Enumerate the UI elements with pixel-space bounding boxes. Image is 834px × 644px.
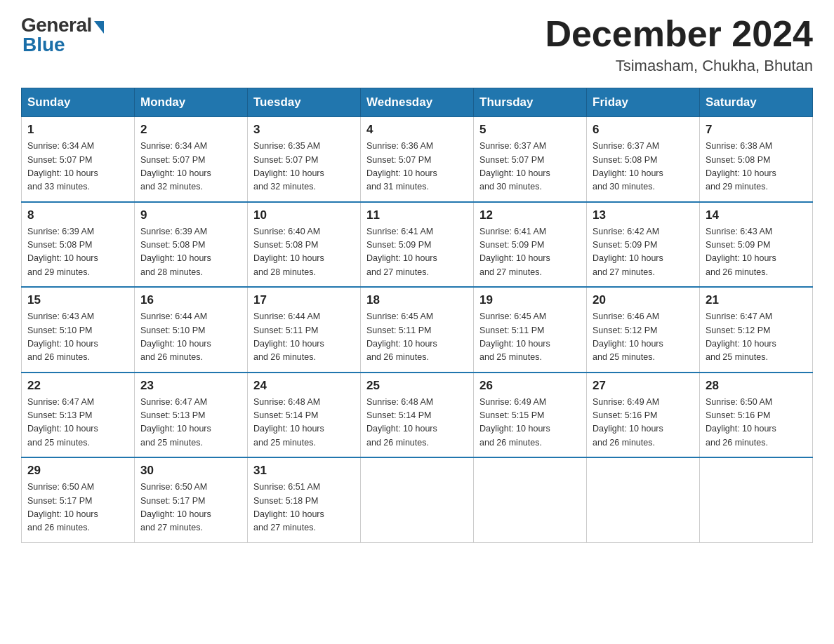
- daylight-label: Daylight: 10 hours: [366, 339, 437, 349]
- table-row: 20 Sunrise: 6:46 AM Sunset: 5:12 PM Dayl…: [587, 287, 700, 373]
- day-number: 2: [140, 123, 241, 137]
- day-number: 10: [253, 208, 355, 222]
- day-number: 13: [593, 208, 694, 222]
- daylight-minutes: and 27 minutes.: [593, 267, 655, 277]
- sunrise-label: Sunrise: 6:40 AM: [253, 227, 320, 236]
- day-number: 4: [366, 123, 468, 137]
- day-number: 23: [140, 379, 241, 393]
- sunset-label: Sunset: 5:08 PM: [706, 155, 770, 165]
- sunset-label: Sunset: 5:18 PM: [253, 496, 318, 506]
- day-info: Sunrise: 6:50 AM Sunset: 5:17 PM Dayligh…: [27, 481, 128, 535]
- sunset-label: Sunset: 5:07 PM: [366, 155, 431, 165]
- sunrise-label: Sunrise: 6:34 AM: [140, 141, 207, 151]
- daylight-minutes: and 25 minutes.: [706, 352, 768, 362]
- daylight-minutes: and 27 minutes.: [140, 523, 203, 532]
- table-row: 11 Sunrise: 6:41 AM Sunset: 5:09 PM Dayl…: [361, 202, 474, 288]
- calendar-week-row: 8 Sunrise: 6:39 AM Sunset: 5:08 PM Dayli…: [22, 202, 813, 288]
- sunset-label: Sunset: 5:09 PM: [479, 240, 544, 250]
- table-row: 5 Sunrise: 6:37 AM Sunset: 5:07 PM Dayli…: [474, 117, 587, 202]
- day-number: 30: [140, 464, 241, 478]
- sunrise-label: Sunrise: 6:45 AM: [366, 311, 433, 321]
- sunset-label: Sunset: 5:11 PM: [479, 326, 544, 335]
- day-number: 18: [366, 293, 468, 307]
- daylight-label: Daylight: 10 hours: [27, 339, 98, 349]
- day-number: 14: [706, 208, 807, 222]
- day-number: 28: [706, 379, 807, 393]
- day-info: Sunrise: 6:37 AM Sunset: 5:08 PM Dayligh…: [593, 140, 694, 194]
- day-info: Sunrise: 6:47 AM Sunset: 5:12 PM Dayligh…: [706, 310, 807, 365]
- table-row: 29 Sunrise: 6:50 AM Sunset: 5:17 PM Dayl…: [22, 457, 135, 542]
- sunrise-label: Sunrise: 6:51 AM: [253, 482, 320, 492]
- day-info: Sunrise: 6:35 AM Sunset: 5:07 PM Dayligh…: [253, 140, 355, 194]
- logo-arrow-icon: [94, 21, 104, 34]
- header-thursday: Thursday: [474, 88, 587, 117]
- day-info: Sunrise: 6:43 AM Sunset: 5:10 PM Dayligh…: [27, 310, 128, 365]
- daylight-label: Daylight: 10 hours: [593, 168, 663, 178]
- day-info: Sunrise: 6:49 AM Sunset: 5:15 PM Dayligh…: [479, 396, 581, 450]
- sunset-label: Sunset: 5:10 PM: [140, 326, 205, 335]
- daylight-minutes: and 26 minutes.: [253, 352, 316, 362]
- daylight-label: Daylight: 10 hours: [706, 424, 776, 434]
- sunrise-label: Sunrise: 6:46 AM: [593, 311, 659, 321]
- day-number: 5: [479, 123, 581, 137]
- day-info: Sunrise: 6:47 AM Sunset: 5:13 PM Dayligh…: [27, 396, 128, 450]
- sunset-label: Sunset: 5:11 PM: [253, 326, 318, 335]
- location-subtitle: Tsimasham, Chukha, Bhutan: [545, 57, 813, 75]
- table-row: [474, 457, 587, 542]
- table-row: 2 Sunrise: 6:34 AM Sunset: 5:07 PM Dayli…: [135, 117, 248, 202]
- day-info: Sunrise: 6:34 AM Sunset: 5:07 PM Dayligh…: [27, 140, 128, 194]
- day-info: Sunrise: 6:40 AM Sunset: 5:08 PM Dayligh…: [253, 225, 355, 280]
- day-number: 21: [706, 293, 807, 307]
- table-row: 30 Sunrise: 6:50 AM Sunset: 5:17 PM Dayl…: [135, 457, 248, 542]
- sunrise-label: Sunrise: 6:48 AM: [253, 397, 320, 407]
- day-number: 31: [253, 464, 355, 478]
- sunrise-label: Sunrise: 6:47 AM: [140, 397, 207, 407]
- day-info: Sunrise: 6:48 AM Sunset: 5:14 PM Dayligh…: [366, 396, 468, 450]
- day-info: Sunrise: 6:43 AM Sunset: 5:09 PM Dayligh…: [706, 225, 807, 280]
- sunset-label: Sunset: 5:08 PM: [593, 155, 657, 165]
- table-row: 26 Sunrise: 6:49 AM Sunset: 5:15 PM Dayl…: [474, 373, 587, 458]
- table-row: 15 Sunrise: 6:43 AM Sunset: 5:10 PM Dayl…: [22, 287, 135, 373]
- day-info: Sunrise: 6:47 AM Sunset: 5:13 PM Dayligh…: [140, 396, 241, 450]
- table-row: 16 Sunrise: 6:44 AM Sunset: 5:10 PM Dayl…: [135, 287, 248, 373]
- daylight-label: Daylight: 10 hours: [27, 253, 98, 263]
- day-info: Sunrise: 6:44 AM Sunset: 5:10 PM Dayligh…: [140, 310, 241, 365]
- day-info: Sunrise: 6:51 AM Sunset: 5:18 PM Dayligh…: [253, 481, 355, 535]
- daylight-minutes: and 26 minutes.: [593, 438, 655, 448]
- table-row: 6 Sunrise: 6:37 AM Sunset: 5:08 PM Dayli…: [587, 117, 700, 202]
- header-monday: Monday: [135, 88, 248, 117]
- sunset-label: Sunset: 5:09 PM: [706, 240, 770, 250]
- daylight-minutes: and 26 minutes.: [479, 438, 542, 448]
- sunrise-label: Sunrise: 6:49 AM: [479, 397, 546, 407]
- table-row: 19 Sunrise: 6:45 AM Sunset: 5:11 PM Dayl…: [474, 287, 587, 373]
- day-number: 12: [479, 208, 581, 222]
- daylight-minutes: and 27 minutes.: [479, 267, 542, 277]
- sunrise-label: Sunrise: 6:47 AM: [27, 397, 94, 407]
- daylight-minutes: and 25 minutes.: [253, 438, 316, 448]
- day-info: Sunrise: 6:37 AM Sunset: 5:07 PM Dayligh…: [479, 140, 581, 194]
- sunrise-label: Sunrise: 6:35 AM: [253, 141, 320, 151]
- daylight-minutes: and 28 minutes.: [140, 267, 203, 277]
- daylight-label: Daylight: 10 hours: [479, 339, 550, 349]
- daylight-minutes: and 25 minutes.: [593, 352, 655, 362]
- day-number: 25: [366, 379, 468, 393]
- day-info: Sunrise: 6:50 AM Sunset: 5:17 PM Dayligh…: [140, 481, 241, 535]
- daylight-label: Daylight: 10 hours: [140, 339, 211, 349]
- sunrise-label: Sunrise: 6:42 AM: [593, 227, 659, 236]
- calendar-week-row: 1 Sunrise: 6:34 AM Sunset: 5:07 PM Dayli…: [22, 117, 813, 202]
- table-row: [361, 457, 474, 542]
- table-row: 12 Sunrise: 6:41 AM Sunset: 5:09 PM Dayl…: [474, 202, 587, 288]
- header-wednesday: Wednesday: [361, 88, 474, 117]
- table-row: 22 Sunrise: 6:47 AM Sunset: 5:13 PM Dayl…: [22, 373, 135, 458]
- daylight-minutes: and 27 minutes.: [253, 523, 316, 532]
- sunrise-label: Sunrise: 6:44 AM: [253, 311, 320, 321]
- daylight-minutes: and 27 minutes.: [366, 267, 429, 277]
- sunset-label: Sunset: 5:17 PM: [140, 496, 205, 506]
- sunrise-label: Sunrise: 6:37 AM: [479, 141, 546, 151]
- table-row: 14 Sunrise: 6:43 AM Sunset: 5:09 PM Dayl…: [700, 202, 813, 288]
- day-number: 26: [479, 379, 581, 393]
- daylight-minutes: and 25 minutes.: [27, 438, 90, 448]
- table-row: 9 Sunrise: 6:39 AM Sunset: 5:08 PM Dayli…: [135, 202, 248, 288]
- calendar-week-row: 15 Sunrise: 6:43 AM Sunset: 5:10 PM Dayl…: [22, 287, 813, 373]
- day-number: 20: [593, 293, 694, 307]
